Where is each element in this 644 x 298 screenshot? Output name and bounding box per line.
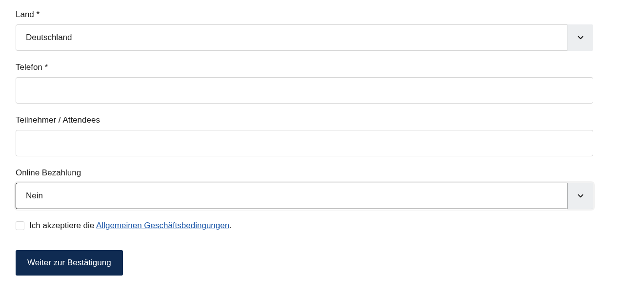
online-payment-select[interactable]: Nein bbox=[16, 183, 593, 209]
phone-label: Telefon * bbox=[16, 63, 593, 72]
phone-input[interactable] bbox=[16, 77, 593, 104]
terms-checkbox[interactable] bbox=[16, 221, 24, 230]
country-select[interactable]: Deutschland bbox=[16, 24, 593, 51]
country-value: Deutschland bbox=[26, 33, 72, 43]
terms-suffix: . bbox=[229, 221, 232, 230]
online-payment-label: Online Bezahlung bbox=[16, 168, 593, 178]
terms-prefix: Ich akzeptiere die bbox=[29, 221, 96, 230]
attendees-input[interactable] bbox=[16, 130, 593, 156]
attendees-label: Teilnehmer / Attendees bbox=[16, 115, 593, 125]
country-label: Land * bbox=[16, 10, 593, 20]
terms-label: Ich akzeptiere die Allgemeinen Geschäfts… bbox=[29, 221, 232, 231]
terms-link[interactable]: Allgemeinen Geschäftsbedingungen bbox=[96, 221, 229, 230]
submit-button[interactable]: Weiter zur Bestätigung bbox=[16, 250, 123, 276]
online-payment-value: Nein bbox=[26, 191, 43, 201]
